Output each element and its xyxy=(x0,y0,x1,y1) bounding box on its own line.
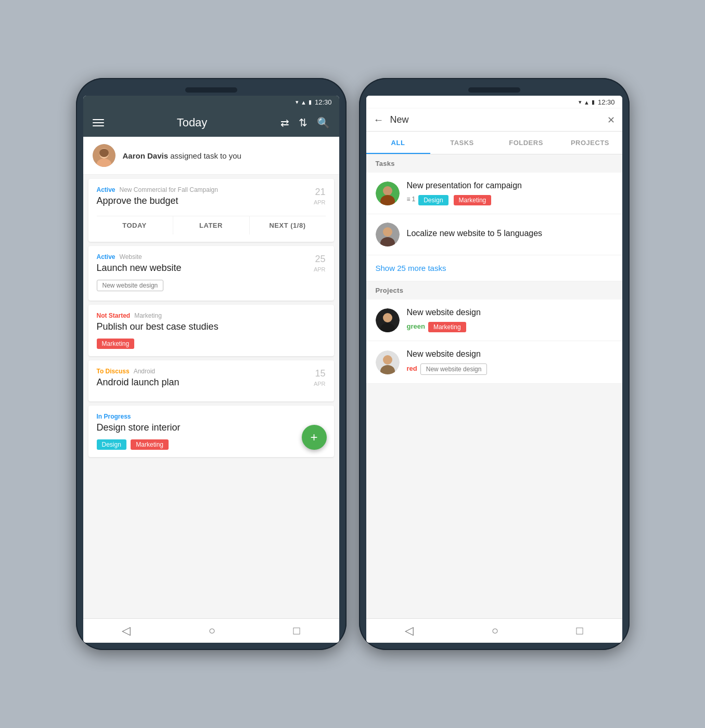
task-status: Not Started xyxy=(97,312,131,319)
task-card-header: Active New Commercial for Fall Campaign … xyxy=(97,186,326,211)
task-title: Design store interior xyxy=(97,422,326,433)
task-date-day: 25 xyxy=(314,253,326,265)
task-project: Android xyxy=(134,368,155,375)
tab-projects[interactable]: PROJECTS xyxy=(558,132,622,154)
search-results: Tasks New presentation for campaign ≡ xyxy=(366,154,622,618)
action-today[interactable]: TODAY xyxy=(97,216,173,235)
task-status: To Discuss xyxy=(97,368,130,375)
back-button[interactable]: ← xyxy=(374,114,384,126)
task-tag: Marketing xyxy=(97,339,135,349)
tag-design: Design xyxy=(418,195,448,205)
tag-marketing-project: Marketing xyxy=(428,322,466,332)
recents-nav-icon[interactable]: □ xyxy=(293,624,300,638)
wifi-icon-2: ▾ xyxy=(579,99,582,106)
task-card-case-studies[interactable]: Not Started Marketing Publish our best c… xyxy=(88,305,334,356)
result-item-project-2[interactable]: New website design red New website desig… xyxy=(366,341,622,384)
task-tag-marketing: Marketing xyxy=(131,439,169,450)
color-label-red: red xyxy=(407,365,417,372)
status-bar-2: ▾ ▲ ▮ 12:30 xyxy=(366,96,622,109)
result-title-4: New website design xyxy=(407,349,613,359)
menu-icon[interactable] xyxy=(93,119,104,126)
tag-marketing: Marketing xyxy=(454,195,492,205)
result-item-project-1[interactable]: New website design green Marketing xyxy=(366,300,622,341)
result-meta-1: ≡ 1 Design Marketing xyxy=(407,193,613,205)
task-meta: Active Website xyxy=(97,253,182,261)
search-input[interactable] xyxy=(390,114,601,125)
task-title: Launch new website xyxy=(97,263,182,274)
result-content-2: Localize new website to 5 languages xyxy=(407,229,613,241)
back-nav-icon[interactable]: ◁ xyxy=(122,624,131,638)
status-icons: ▾ ▲ ▮ xyxy=(296,99,312,106)
result-title-2: Localize new website to 5 languages xyxy=(407,229,613,238)
task-card-android[interactable]: To Discuss Android Android launch plan 1… xyxy=(88,360,334,401)
subtask-count: ≡ 1 xyxy=(407,196,416,203)
recents-nav-icon-2[interactable]: □ xyxy=(576,624,583,638)
result-avatar-2 xyxy=(376,223,400,246)
result-meta-3: green Marketing xyxy=(407,320,613,332)
phone-speaker xyxy=(185,87,237,93)
tab-all[interactable]: ALL xyxy=(366,132,430,154)
task-project: Website xyxy=(120,253,142,261)
app-header: Today ⇄ ⇅ 🔍 xyxy=(83,109,339,137)
svg-point-5 xyxy=(383,186,392,196)
phone-speaker-2 xyxy=(468,87,520,93)
status-icons-2: ▾ ▲ ▮ xyxy=(579,99,595,106)
fab-add[interactable]: + xyxy=(302,425,327,450)
task-tag-design: Design xyxy=(97,439,126,450)
home-nav-icon[interactable]: ○ xyxy=(209,624,215,638)
phone-screen: ▾ ▲ ▮ 12:30 Today ⇄ ⇅ 🔍 xyxy=(83,96,339,643)
clear-search-icon[interactable]: ✕ xyxy=(607,114,615,126)
color-label-green: green xyxy=(407,322,425,330)
avatar-aaron xyxy=(93,144,116,167)
header-actions: ⇄ ⇅ 🔍 xyxy=(280,116,330,129)
result-avatar-3 xyxy=(376,308,400,332)
task-title: Publish our best case studies xyxy=(97,321,326,332)
task-date-month: APR xyxy=(314,199,326,205)
task-tags: Design Marketing xyxy=(97,437,326,450)
notification-person: Aaron Davis xyxy=(123,151,169,160)
task-card-design-store[interactable]: In Progress Design store interior Design… xyxy=(88,406,334,457)
bottom-nav: ◁ ○ □ xyxy=(83,618,339,643)
sort-icon[interactable]: ⇄ xyxy=(280,116,289,129)
action-next[interactable]: NEXT (1/8) xyxy=(250,216,326,235)
notification-banner: Aaron Davis assigned task to you xyxy=(83,137,339,175)
task-meta: Not Started Marketing xyxy=(97,312,326,319)
svg-point-11 xyxy=(383,313,392,322)
tasks-section-header: Tasks xyxy=(366,154,622,173)
task-meta: Active New Commercial for Fall Campaign xyxy=(97,186,218,193)
task-meta: To Discuss Android xyxy=(97,368,180,375)
result-item-localize[interactable]: Localize new website to 5 languages xyxy=(366,214,622,255)
task-project: Marketing xyxy=(134,312,162,319)
search-icon[interactable]: 🔍 xyxy=(317,116,330,129)
back-nav-icon-2[interactable]: ◁ xyxy=(405,624,414,638)
home-nav-icon-2[interactable]: ○ xyxy=(492,624,498,638)
svg-point-3 xyxy=(99,149,109,157)
show-more-tasks[interactable]: Show 25 more tasks xyxy=(366,255,622,281)
bottom-nav-2: ◁ ○ □ xyxy=(366,618,622,643)
status-time-2: 12:30 xyxy=(598,98,615,106)
page-title: Today xyxy=(177,116,208,129)
result-item-presentation[interactable]: New presentation for campaign ≡ 1 Design… xyxy=(366,173,622,214)
signal-icon: ▲ xyxy=(301,99,306,106)
task-info: Active New Commercial for Fall Campaign … xyxy=(97,186,218,211)
task-date-day: 15 xyxy=(314,368,326,380)
notification-text: Aaron Davis assigned task to you xyxy=(123,151,241,160)
result-content-1: New presentation for campaign ≡ 1 Design… xyxy=(407,181,613,205)
task-status: Active xyxy=(97,186,116,193)
phone-screen-2: ▾ ▲ ▮ 12:30 ← ✕ ALL TASKS FOLDERS PROJEC… xyxy=(366,96,622,643)
task-card-approve-budget[interactable]: Active New Commercial for Fall Campaign … xyxy=(88,179,334,242)
task-status: Active xyxy=(97,253,116,261)
filter-icon[interactable]: ⇅ xyxy=(299,116,307,129)
task-date-month: APR xyxy=(314,381,326,387)
task-card-launch-website[interactable]: Active Website Launch new website New we… xyxy=(88,246,334,301)
phone-top-bar-2 xyxy=(366,87,622,93)
result-avatar-1 xyxy=(376,181,400,205)
result-title-3: New website design xyxy=(407,308,613,317)
tab-tasks[interactable]: TASKS xyxy=(430,132,494,154)
battery-icon: ▮ xyxy=(309,99,312,106)
action-later[interactable]: LATER xyxy=(173,216,250,235)
result-content-4: New website design red New website desig… xyxy=(407,349,613,375)
tab-folders[interactable]: FOLDERS xyxy=(494,132,558,154)
search-header: ← ✕ xyxy=(366,109,622,132)
task-card-header: Active Website Launch new website New we… xyxy=(97,253,326,291)
